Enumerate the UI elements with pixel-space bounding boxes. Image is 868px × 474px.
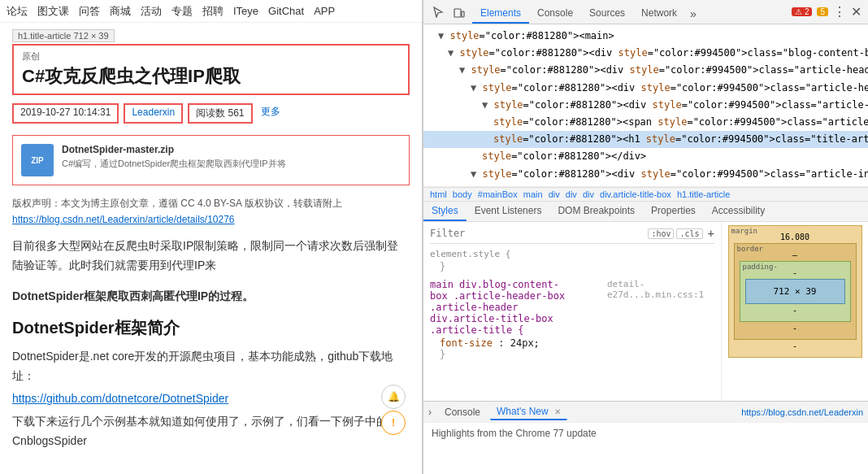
nav-iteye[interactable]: ITeye xyxy=(233,5,258,17)
breadcrumb-item[interactable]: div xyxy=(549,189,560,199)
settings-icon[interactable]: ⋮ xyxy=(833,4,846,20)
styles-tab-styles[interactable]: Styles xyxy=(423,202,467,221)
nav-courses[interactable]: 图文课 xyxy=(37,4,69,19)
download-info: DotnetSpider-master.zip C#编写，通过DotnetSpi… xyxy=(62,144,286,170)
styles-tab-props[interactable]: Properties xyxy=(643,202,704,221)
copyright: 版权声明：本文为博主原创文章，遵循 CC 4.0 BY-SA 版权协议，转载请附… xyxy=(12,197,410,211)
left-panel: 论坛 图文课 问答 商城 活动 专题 招聘 ITeye GitChat APP … xyxy=(0,0,423,474)
article-body: 目前很多大型网站在反爬虫时采取IP限制策略，限制同一个请求次数后强制登陆验证等。… xyxy=(12,237,410,276)
tab-elements[interactable]: Elements xyxy=(472,4,529,24)
nav-jobs[interactable]: 招聘 xyxy=(202,4,224,19)
breadcrumb-item[interactable]: h1.title-article xyxy=(677,189,730,199)
article-para1: DotnetSpider是.net core开发的开源爬虫项目，基本功能成熟，g… xyxy=(12,347,410,386)
svg-rect-1 xyxy=(462,11,464,17)
bottom-bar: › Console What's New ✕ https://blog.csdn… xyxy=(423,401,868,422)
dom-line[interactable]: ▼ style="color:#881280"><div style="colo… xyxy=(423,80,868,97)
breadcrumb-bar: html body #mainBox main div div div div.… xyxy=(423,187,868,202)
nav-shop[interactable]: 商城 xyxy=(110,4,131,19)
article-para2: 下载下来运行几个示例基本就知道如何使用了，示例了，们看一下例子中的Cnblogs… xyxy=(12,412,410,451)
add-style-btn[interactable]: + xyxy=(708,227,714,240)
meta-date: 2019-10-27 10:14:31 xyxy=(12,103,119,124)
breadcrumb-item[interactable]: #mainBox xyxy=(478,189,518,199)
dom-line[interactable]: ▼ style="color:#881280"><main> xyxy=(423,28,868,45)
tab-more[interactable]: » xyxy=(685,4,701,24)
cursor-icon[interactable] xyxy=(430,4,446,20)
article-body-bold: DotnetSpider框架爬取西刺高匿代理IP的过程。 xyxy=(12,287,410,307)
styles-tab-dom[interactable]: DOM Breakpoints xyxy=(549,202,643,221)
dom-tree: ▼ style="color:#881280"><main>▼ style="c… xyxy=(423,24,868,187)
breadcrumb-item[interactable]: html xyxy=(430,189,447,199)
download-box: ZIP DotnetSpider-master.zip C#编写，通过Dotne… xyxy=(12,135,410,185)
dom-line[interactable]: ▼ style="color:#881280"><div style="colo… xyxy=(423,166,868,183)
filter-input[interactable] xyxy=(430,228,643,239)
bottom-tab-whatsnew[interactable]: What's New ✕ xyxy=(490,404,567,420)
styles-tabs: Styles Event Listeners DOM Breakpoints P… xyxy=(423,202,868,222)
title-box: 原创 C#攻克反爬虫之代理IP爬取 xyxy=(12,44,410,95)
bottom-tab-console[interactable]: Console xyxy=(438,405,487,420)
nav-gitchat[interactable]: GitChat xyxy=(268,5,304,17)
tab-console[interactable]: Console xyxy=(529,4,581,24)
title-label-tag: 原创 xyxy=(22,50,400,63)
top-nav: 论坛 图文课 问答 商城 活动 专题 招聘 ITeye GitChat APP xyxy=(0,0,422,23)
styles-tab-access[interactable]: Accessibility xyxy=(704,202,773,221)
article-title: C#攻克反爬虫之代理IP爬取 xyxy=(22,64,400,89)
dom-line[interactable]: ▼ style="color:#881280"><div style="colo… xyxy=(423,97,868,114)
box-border: border – padding- - 712 × 39 - xyxy=(734,243,857,340)
meta-row: 2019-10-27 10:14:31 Leaderxin 阅读数 561 更多 xyxy=(12,103,410,124)
css-rule-element-style: element.style { } xyxy=(430,249,714,272)
article-link[interactable]: https://blog.csdn.net/Leaderxin/article/… xyxy=(12,214,410,225)
meta-more[interactable]: 更多 xyxy=(258,103,284,124)
bottom-url: https://blog.csdn.net/Leaderxin xyxy=(571,407,863,417)
css-rule-main: main div.blog-content-box .article-heade… xyxy=(430,279,714,360)
error-badge: ⚠ 2 xyxy=(792,7,812,16)
filter-row: :hov .cls + xyxy=(430,227,714,244)
box-margin: margin 16.080 border – padding- - 712 × … xyxy=(728,225,862,358)
article-container: h1.title-article 712 × 39 原创 C#攻克反爬虫之代理I… xyxy=(0,23,422,474)
tab-sources[interactable]: Sources xyxy=(581,4,633,24)
breadcrumb-item[interactable]: div xyxy=(583,189,594,199)
bell-icon[interactable]: 🔔 xyxy=(381,385,406,409)
meta-read: 阅读数 561 xyxy=(188,103,252,124)
cls-btn[interactable]: .cls xyxy=(676,228,702,239)
tooltip-label: h1.title-article 712 × 39 xyxy=(12,29,115,42)
breadcrumb-item[interactable]: div.article-title-box xyxy=(600,189,671,199)
nav-qa[interactable]: 问答 xyxy=(79,4,100,19)
svg-rect-0 xyxy=(454,9,461,17)
device-icon[interactable] xyxy=(451,4,467,20)
box-content: 712 × 39 xyxy=(745,279,845,304)
nav-forum[interactable]: 论坛 xyxy=(7,4,28,19)
close-whatsnew[interactable]: ✕ xyxy=(554,407,561,416)
warning-icon[interactable]: ! xyxy=(381,411,406,435)
bottom-content: Highlights from the Chrome 77 update xyxy=(423,422,868,445)
dom-line[interactable]: style="color:#881280"><span style="color… xyxy=(423,114,868,131)
styles-left: :hov .cls + element.style { } main div.b… xyxy=(423,222,722,401)
nav-events[interactable]: 活动 xyxy=(141,4,162,19)
download-desc: C#编写，通过DotnetSpider爬虫框架爬取西刺代理IP并将 xyxy=(62,158,286,170)
toolbar-right: ⚠ 2 5 ⋮ ✕ xyxy=(788,4,861,20)
breadcrumb-item[interactable]: div xyxy=(566,189,577,199)
dom-line[interactable]: ▼ style="color:#881280"><div style="colo… xyxy=(423,62,868,79)
dom-line[interactable]: style="color:#881280"></div> xyxy=(423,148,868,165)
zip-icon: ZIP xyxy=(21,144,54,176)
breadcrumb-item[interactable]: main xyxy=(523,189,543,199)
bottom-message: Highlights from the Chrome 77 update xyxy=(432,428,597,439)
nav-topic[interactable]: 专题 xyxy=(171,4,193,19)
article-para-link[interactable]: https://github.com/dotnetcore/DotnetSpid… xyxy=(12,389,410,409)
tab-network[interactable]: Network xyxy=(633,4,685,24)
body-text1: 目前很多大型网站在反爬虫时采取IP限制策略，限制同一个请求次数后强制登陆验证等。… xyxy=(12,239,398,272)
console-prompt-icon: › xyxy=(428,407,432,418)
devtools-panel: Elements Console Sources Network » ⚠ 2 5… xyxy=(423,0,868,474)
close-devtools-icon[interactable]: ✕ xyxy=(851,4,861,20)
styles-panel: :hov .cls + element.style { } main div.b… xyxy=(423,222,868,401)
section-title: DotnetSpider框架简介 xyxy=(12,317,410,339)
dom-line[interactable]: style="color:#881280"><h1 style="color:#… xyxy=(423,131,868,148)
breadcrumb-item[interactable]: body xyxy=(453,189,472,199)
hov-btn[interactable]: :hov xyxy=(648,228,674,239)
devtools-toolbar: Elements Console Sources Network » ⚠ 2 5… xyxy=(423,0,868,24)
dom-line[interactable]: ▼ style="color:#881280"><div style="colo… xyxy=(423,45,868,62)
nav-app[interactable]: APP xyxy=(314,5,335,17)
styles-tab-event[interactable]: Event Listeners xyxy=(467,202,550,221)
download-title[interactable]: DotnetSpider-master.zip xyxy=(62,144,286,155)
meta-author[interactable]: Leaderxin xyxy=(124,103,183,124)
box-model: margin 16.080 border – padding- - 712 × … xyxy=(728,225,862,358)
